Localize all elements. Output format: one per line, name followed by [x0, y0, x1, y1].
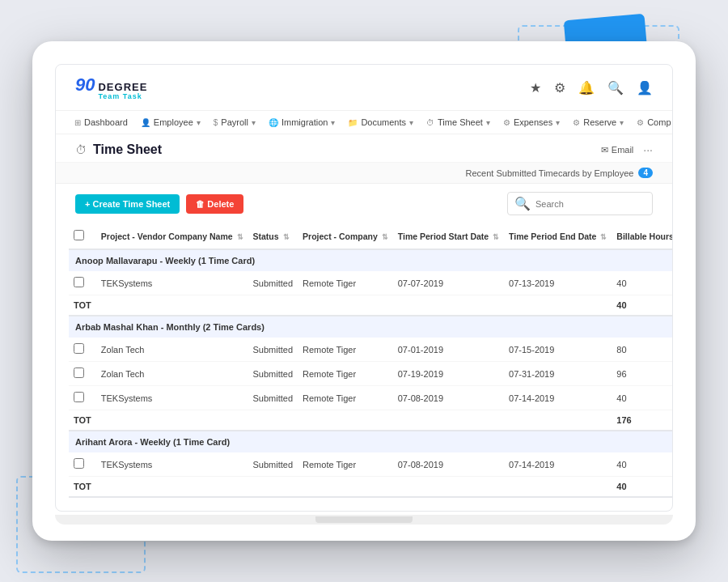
row-start-date: 07-08-2019	[393, 452, 504, 477]
row-billable-hours: 40	[612, 386, 672, 410]
page-title: Time Sheet	[93, 142, 162, 157]
nav-item-documents[interactable]: 📁 Documents ▾	[342, 111, 419, 134]
row-start-date: 07-01-2019	[393, 338, 504, 362]
row-checkbox[interactable]	[74, 367, 84, 378]
page-title-area: ⏱ Time Sheet	[75, 142, 162, 157]
header-checkbox-cell	[69, 223, 96, 249]
device-stand	[315, 516, 413, 523]
row-status: Submitted	[248, 386, 298, 410]
toolbar: + Create Time Sheet 🗑 Delete 🔍	[56, 184, 672, 223]
row-end-date: 07-15-2019	[504, 338, 612, 362]
star-icon[interactable]: ★	[530, 80, 541, 96]
dashboard-icon: ⊞	[74, 118, 81, 127]
email-button[interactable]: ✉ Email	[601, 145, 634, 155]
gear-icon[interactable]: ⚙	[554, 80, 565, 96]
nav-label-reserve: Reserve	[583, 117, 616, 127]
bell-icon[interactable]: 🔔	[578, 80, 595, 96]
tot-label: TOT	[69, 410, 96, 431]
nav-item-timesheet[interactable]: ⏱ Time Sheet ▾	[421, 111, 496, 134]
tot-empty	[248, 477, 298, 498]
more-button[interactable]: ···	[643, 143, 653, 156]
tot-empty	[298, 295, 393, 316]
payroll-chevron: ▾	[252, 118, 256, 127]
row-billable-hours: 96	[612, 362, 672, 386]
sort-icon-start: ⇅	[493, 233, 499, 241]
employee-chevron: ▾	[197, 118, 201, 127]
timesheet-table: Project - Vendor Company Name ⇅ Status ⇅…	[69, 223, 672, 498]
tot-empty	[298, 477, 393, 498]
immigration-chevron: ▾	[331, 118, 335, 127]
search-box: 🔍	[507, 192, 653, 215]
row-checkbox[interactable]	[74, 392, 84, 402]
header-checkbox[interactable]	[74, 230, 84, 240]
row-billable-hours: 40	[612, 271, 672, 295]
header-end-date: Time Period End Date ⇅	[504, 223, 612, 249]
row-checkbox[interactable]	[74, 277, 84, 287]
row-checkbox-cell	[69, 362, 96, 386]
table-row: TEKSystemsSubmittedRemote Tiger07-07-201…	[69, 271, 672, 295]
row-project-company: Remote Tiger	[298, 362, 393, 386]
email-icon: ✉	[601, 145, 608, 155]
group-header-cell: Arbab Mashal Khan - Monthly (2 Time Card…	[69, 316, 672, 338]
tot-row: TOT40	[69, 295, 672, 316]
row-company: Zolan Tech	[96, 362, 248, 386]
header-start-date: Time Period Start Date ⇅	[393, 223, 504, 249]
tot-empty	[248, 410, 298, 431]
tot-empty	[96, 295, 248, 316]
group-header-cell: Anoop Mallavarapu - Weekly (1 Time Card)	[69, 249, 672, 271]
row-status: Submitted	[248, 271, 298, 295]
immigration-icon: 🌐	[269, 118, 278, 127]
user-icon[interactable]: 👤	[637, 80, 653, 96]
recent-text: Recent Submitted Timecards by Employee 4	[466, 168, 653, 178]
row-end-date: 07-13-2019	[504, 271, 612, 295]
sort-icon-vendor: ⇅	[237, 233, 243, 241]
group-header-row: Anoop Mallavarapu - Weekly (1 Time Card)	[69, 249, 672, 271]
search-icon: 🔍	[514, 196, 531, 211]
search-icon[interactable]: 🔍	[607, 80, 624, 96]
reserve-icon: ⚙	[573, 118, 580, 127]
create-timesheet-button[interactable]: + Create Time Sheet	[75, 194, 180, 214]
sort-icon-status: ⇅	[283, 233, 290, 241]
table-row: TEKSystemsSubmittedRemote Tiger07-08-201…	[69, 452, 672, 477]
timesheet-nav-icon: ⏱	[426, 118, 434, 127]
row-checkbox[interactable]	[74, 458, 84, 469]
row-project-company: Remote Tiger	[298, 452, 393, 477]
header-status: Status ⇅	[248, 223, 298, 249]
comp-icon: ⚙	[637, 118, 644, 127]
row-company: TEKSystems	[96, 452, 248, 477]
device-frame: 90 DEGREE Team Task ★ ⚙ 🔔 🔍 👤 ⊞	[32, 41, 696, 541]
tot-empty	[96, 410, 248, 431]
search-input[interactable]	[535, 199, 645, 209]
nav-label-documents: Documents	[361, 117, 406, 127]
page-title-icon: ⏱	[75, 143, 87, 156]
row-project-company: Remote Tiger	[298, 271, 393, 295]
tot-empty	[504, 295, 612, 316]
nav-item-expenses[interactable]: ⚙ Expenses ▾	[497, 111, 565, 134]
device-bottom	[55, 515, 673, 525]
nav-item-immigration[interactable]: 🌐 Immigration ▾	[263, 111, 341, 134]
expenses-chevron: ▾	[556, 118, 560, 127]
table-container: Project - Vendor Company Name ⇅ Status ⇅…	[56, 223, 672, 511]
row-checkbox-cell	[69, 386, 96, 410]
tot-value: 40	[612, 295, 672, 316]
tot-label: TOT	[69, 477, 96, 498]
nav-item-employee[interactable]: 👤 Employee ▾	[135, 111, 206, 134]
row-checkbox[interactable]	[74, 343, 84, 354]
row-start-date: 07-19-2019	[393, 362, 504, 386]
tot-empty	[393, 477, 504, 498]
delete-button[interactable]: 🗑 Delete	[186, 194, 243, 214]
tot-empty	[393, 410, 504, 431]
nav-item-payroll[interactable]: $ Payroll ▾	[208, 111, 261, 134]
nav-item-dashboard[interactable]: ⊞ Dashboard	[69, 111, 133, 134]
table-header-row: Project - Vendor Company Name ⇅ Status ⇅…	[69, 223, 672, 249]
row-start-date: 07-07-2019	[393, 271, 504, 295]
row-company: TEKSystems	[96, 386, 248, 410]
group-header-row: Arihant Arora - Weekly (1 Time Card)	[69, 431, 672, 452]
row-status: Submitted	[248, 338, 298, 362]
recent-banner: Recent Submitted Timecards by Employee 4	[56, 163, 672, 184]
tot-empty	[504, 410, 612, 431]
nav-item-reserve[interactable]: ⚙ Reserve ▾	[567, 111, 629, 134]
logo: 90 DEGREE Team Task	[75, 74, 147, 100]
nav-item-comp[interactable]: ⚙ Comp ▾	[631, 111, 672, 134]
nav-label-employee: Employee	[154, 117, 193, 127]
